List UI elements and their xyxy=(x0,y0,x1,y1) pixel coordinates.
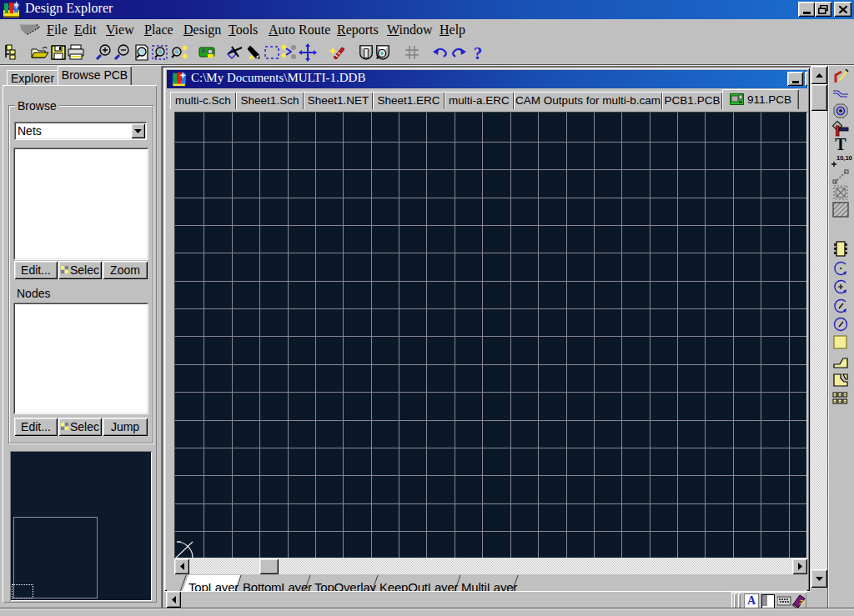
svg-text:10,10: 10,10 xyxy=(836,154,852,162)
